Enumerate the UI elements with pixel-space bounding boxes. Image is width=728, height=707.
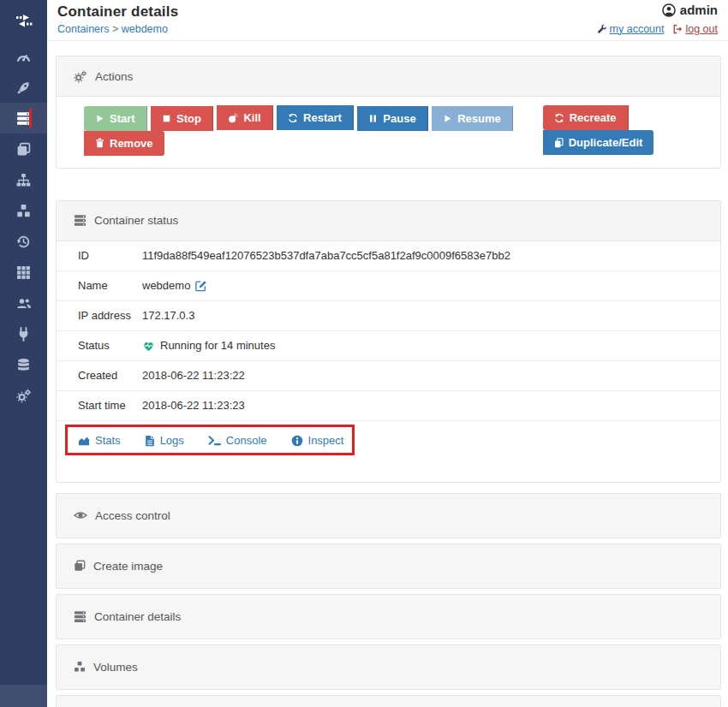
server-icon xyxy=(74,610,87,623)
row-value: webdemo xyxy=(142,279,221,292)
table-row-id: ID 11f9da88f549eaf12076523b537dfa7aba7cc… xyxy=(57,241,720,271)
cogs-icon xyxy=(74,70,87,83)
connected-networks-panel[interactable]: Connected networks xyxy=(56,695,721,707)
server-icon xyxy=(74,214,87,227)
sign-out-icon xyxy=(672,24,683,34)
access-control-title: Access control xyxy=(95,509,170,522)
heartbeat-icon xyxy=(142,340,155,352)
actions-panel: Actions Start Stop Kill xyxy=(56,56,721,169)
rocket-icon xyxy=(16,80,31,95)
cogs-icon xyxy=(16,389,32,403)
sidebar xyxy=(0,0,47,707)
bomb-icon xyxy=(228,113,238,123)
my-account-link[interactable]: my account xyxy=(597,23,665,35)
sidebar-item-networks[interactable] xyxy=(0,164,47,195)
file-text-icon xyxy=(145,435,155,447)
sidebar-item-registries[interactable] xyxy=(0,349,47,380)
sidebar-item-containers[interactable] xyxy=(0,103,47,134)
actions-panel-title: Actions xyxy=(95,70,133,83)
sidebar-item-dashboard[interactable] xyxy=(0,41,47,72)
app-logo[interactable] xyxy=(0,0,47,41)
files-icon xyxy=(554,138,564,148)
row-value: Running for 14 minutes xyxy=(142,339,289,352)
stop-icon xyxy=(162,114,171,123)
sidebar-item-user-management[interactable] xyxy=(0,288,47,318)
start-button[interactable]: Start xyxy=(84,106,147,131)
pause-icon xyxy=(368,114,378,123)
sidebar-item-engine[interactable] xyxy=(0,257,47,288)
area-chart-icon xyxy=(78,435,90,446)
breadcrumb-containers-link[interactable]: Containers xyxy=(57,23,109,35)
cubes-icon xyxy=(74,661,86,673)
database-icon xyxy=(16,358,31,372)
volumes-title: Volumes xyxy=(93,661,138,674)
restart-button[interactable]: Restart xyxy=(277,105,354,130)
info-circle-icon xyxy=(291,435,303,447)
sidebar-item-endpoints[interactable] xyxy=(0,318,47,349)
row-label: Status xyxy=(57,339,142,352)
inspect-link[interactable]: Inspect xyxy=(291,434,344,447)
remove-button[interactable]: Remove xyxy=(84,131,164,156)
row-label: IP address xyxy=(57,309,142,322)
table-row-name: Name webdemo xyxy=(57,271,720,301)
row-value: 172.17.0.3 xyxy=(142,309,208,322)
user-name: admin xyxy=(662,3,718,17)
breadcrumb-separator: > xyxy=(112,23,118,35)
cubes-icon xyxy=(16,204,31,218)
sidebar-item-volumes[interactable] xyxy=(0,195,47,226)
container-details-panel[interactable]: Container details xyxy=(56,594,721,639)
user-circle-icon xyxy=(662,3,676,17)
log-out-link[interactable]: log out xyxy=(672,23,718,35)
user-box: admin my account log out xyxy=(597,3,718,35)
sidebar-item-settings[interactable] xyxy=(0,380,47,411)
resume-button[interactable]: Resume xyxy=(432,106,513,131)
kill-button[interactable]: Kill xyxy=(217,105,272,130)
clone-icon xyxy=(16,142,31,157)
tachometer-icon xyxy=(16,50,31,64)
create-image-panel[interactable]: Create image xyxy=(56,544,721,589)
sidebar-item-events[interactable] xyxy=(0,226,47,257)
terminal-icon xyxy=(208,435,221,446)
sidebar-item-images[interactable] xyxy=(0,134,47,164)
page-header: Container details Containers > webdemo a… xyxy=(47,0,728,41)
access-control-panel[interactable]: Access control xyxy=(56,493,721,538)
main-content: Actions Start Stop Kill xyxy=(47,41,728,707)
containers-red-annotation xyxy=(29,109,32,128)
grid-icon xyxy=(16,265,31,280)
volumes-panel[interactable]: Volumes xyxy=(56,645,721,690)
clone-icon xyxy=(74,560,86,572)
stats-link[interactable]: Stats xyxy=(78,434,121,447)
actions-panel-body: Start Stop Kill Restart xyxy=(57,97,720,168)
table-row-ip: IP address 172.17.0.3 xyxy=(57,301,720,331)
pause-button[interactable]: Pause xyxy=(357,106,427,131)
row-label: Name xyxy=(57,279,142,292)
trash-icon xyxy=(95,138,104,148)
row-value: 2018-06-22 11:23:23 xyxy=(142,399,259,412)
logs-link[interactable]: Logs xyxy=(145,434,184,447)
play-icon xyxy=(443,114,452,123)
duplicate-edit-button[interactable]: Duplicate/Edit xyxy=(543,130,654,155)
actions-panel-header: Actions xyxy=(57,56,720,97)
edit-name-icon[interactable] xyxy=(195,280,207,292)
console-link[interactable]: Console xyxy=(208,434,267,447)
sidebar-item-app-templates[interactable] xyxy=(0,72,47,103)
user-links: my account log out xyxy=(597,23,718,35)
table-row-start-time: Start time 2018-06-22 11:23:23 xyxy=(57,391,720,421)
row-value: 2018-06-22 11:23:22 xyxy=(142,369,259,382)
recreate-button[interactable]: Recreate xyxy=(543,105,629,130)
quick-links-row: Stats Logs Console Inspect xyxy=(57,421,720,460)
eye-icon xyxy=(74,509,87,521)
refresh-icon xyxy=(554,113,564,123)
row-label: Created xyxy=(57,369,142,382)
container-status-title: Container status xyxy=(94,214,178,227)
stop-button[interactable]: Stop xyxy=(151,106,213,131)
sidebar-footer xyxy=(0,685,47,707)
table-row-created: Created 2018-06-22 11:23:22 xyxy=(57,361,720,391)
breadcrumb-current-link[interactable]: webdemo xyxy=(122,23,168,35)
plug-icon xyxy=(16,327,31,342)
table-row-status: Status Running for 14 minutes xyxy=(57,331,720,361)
row-label: ID xyxy=(57,249,142,262)
create-image-title: Create image xyxy=(93,560,163,573)
actions-button-group: Start Stop Kill Restart xyxy=(84,105,538,156)
container-status-header: Container status xyxy=(57,201,720,241)
